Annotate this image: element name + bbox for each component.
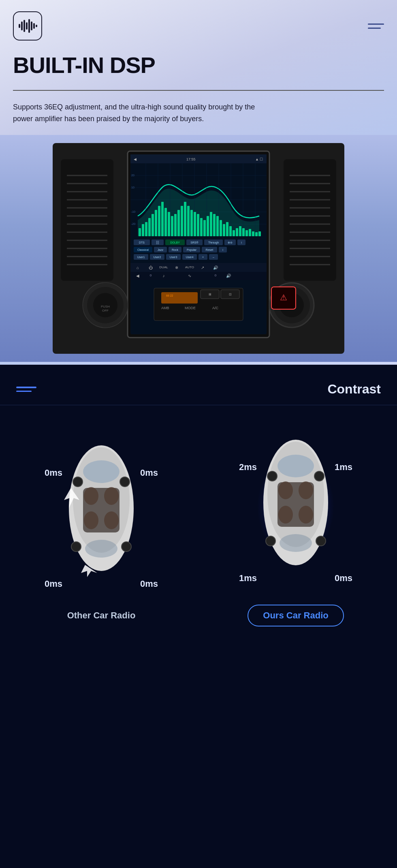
svg-point-198	[314, 471, 324, 481]
svg-text:🔊: 🔊	[226, 273, 231, 278]
svg-rect-73	[181, 206, 183, 236]
svg-text:Through: Through	[208, 241, 219, 244]
svg-rect-77	[194, 212, 196, 236]
svg-text:◀: ◀	[134, 157, 137, 161]
svg-text:AMB: AMB	[161, 306, 169, 310]
cars-comparison: 0ms 0ms 0ms 0ms	[0, 405, 397, 643]
svg-text:↗: ↗	[201, 265, 204, 270]
svg-rect-65	[155, 210, 157, 236]
svg-text:10: 10	[131, 186, 134, 189]
other-car-top-right-label: 0ms	[140, 468, 158, 478]
svg-point-193	[278, 481, 293, 499]
svg-text:⏻: ⏻	[149, 265, 153, 270]
svg-text:Reset: Reset	[206, 248, 213, 251]
our-car-label-button[interactable]: Ours Car Radio	[248, 605, 344, 626]
svg-rect-88	[229, 226, 232, 236]
svg-text:0: 0	[215, 274, 217, 277]
svg-text:A/C: A/C	[212, 306, 219, 310]
svg-text:◀: ◀	[136, 274, 139, 278]
svg-rect-97	[258, 231, 261, 236]
svg-text:⚠: ⚠	[280, 293, 287, 302]
svg-rect-62	[145, 222, 147, 236]
description-text: Supports 36EQ adjustment, and the ultra-…	[0, 98, 284, 135]
our-car-diagram: 2ms 1ms 1ms 0ms	[239, 430, 352, 592]
svg-rect-60	[139, 228, 141, 236]
svg-rect-37	[130, 154, 267, 163]
svg-rect-76	[190, 210, 193, 236]
svg-rect-71	[174, 214, 177, 236]
svg-text:♪: ♪	[163, 274, 165, 278]
svg-rect-68	[164, 208, 167, 236]
svg-point-199	[266, 536, 275, 546]
svg-text:20: 20	[131, 174, 134, 177]
svg-rect-22	[284, 159, 336, 281]
svg-text:⌂: ⌂	[137, 265, 139, 270]
svg-rect-6	[33, 23, 35, 29]
menu-line-1	[368, 24, 384, 25]
svg-rect-85	[220, 220, 222, 236]
svg-text:❄: ❄	[175, 265, 178, 270]
contrast-header: Contrast	[0, 378, 397, 405]
svg-rect-78	[197, 214, 199, 236]
our-car-top-right-label: 1ms	[335, 462, 352, 472]
svg-point-191	[280, 534, 312, 552]
menu-line-2	[368, 28, 381, 29]
svg-point-181	[84, 511, 98, 529]
svg-text:Popular: Popular	[187, 248, 197, 252]
our-car-item: 2ms 1ms 1ms 0ms	[203, 430, 389, 626]
svg-text:User1: User1	[137, 256, 145, 259]
contrast-line-1	[16, 387, 36, 388]
svg-rect-2	[23, 20, 25, 32]
svg-rect-93	[245, 230, 248, 236]
contrast-section: Contrast 0ms 0ms 0ms 0ms	[0, 365, 397, 868]
svg-text:-10: -10	[131, 210, 135, 213]
svg-rect-94	[249, 229, 251, 236]
menu-button[interactable]	[368, 24, 384, 29]
other-car-item: 0ms 0ms 0ms 0ms	[8, 435, 194, 621]
svg-text:Rock: Rock	[172, 248, 178, 251]
svg-text:⊞: ⊞	[209, 293, 211, 296]
svg-rect-4	[28, 19, 30, 33]
svg-rect-82	[210, 212, 212, 236]
svg-text:SRS®: SRS®	[190, 241, 198, 244]
svg-rect-79	[200, 218, 203, 236]
page-title: BUILT-IN DSP	[13, 53, 384, 78]
other-car-top-left-label: 0ms	[45, 468, 62, 478]
our-car-bottom-left-label: 1ms	[239, 573, 257, 584]
svg-rect-69	[168, 212, 170, 236]
car-image: ◀ 17:55 ▲ ☐ 20 10 -10 -20	[0, 135, 397, 362]
svg-text:MODE: MODE	[185, 306, 196, 310]
svg-text:∿: ∿	[188, 274, 191, 278]
svg-text:88 22: 88 22	[166, 294, 173, 297]
svg-rect-5	[31, 21, 32, 30]
other-car-diagram: 0ms 0ms 0ms 0ms	[45, 435, 158, 597]
our-car-bottom-right-label: 0ms	[335, 573, 352, 584]
svg-rect-61	[142, 224, 144, 236]
contrast-title: Contrast	[327, 382, 381, 397]
svg-text:AUTO: AUTO	[185, 265, 194, 269]
svg-point-195	[278, 506, 293, 524]
svg-text:17:55: 17:55	[186, 157, 196, 161]
header	[0, 0, 397, 49]
svg-rect-96	[255, 232, 258, 236]
svg-rect-63	[148, 218, 151, 236]
svg-text:User3: User3	[170, 256, 177, 259]
svg-text:DOLBY: DOLBY	[170, 241, 180, 244]
contrast-line-2	[16, 391, 32, 392]
other-car-label: Other Car Radio	[67, 610, 136, 621]
svg-point-190	[277, 455, 314, 477]
svg-text:+: +	[202, 256, 204, 259]
svg-rect-9	[61, 159, 113, 281]
svg-rect-86	[223, 224, 225, 236]
title-block: BUILT-IN DSP	[0, 49, 397, 83]
svg-point-186	[122, 542, 131, 552]
svg-rect-74	[184, 202, 186, 236]
svg-text:OFF: OFF	[102, 309, 109, 312]
svg-rect-95	[252, 231, 254, 236]
svg-text:–: –	[213, 256, 214, 259]
svg-text:User2: User2	[154, 256, 161, 259]
other-car-svg	[61, 435, 142, 581]
divider	[13, 90, 384, 91]
svg-rect-80	[203, 220, 206, 236]
svg-point-182	[104, 511, 119, 529]
